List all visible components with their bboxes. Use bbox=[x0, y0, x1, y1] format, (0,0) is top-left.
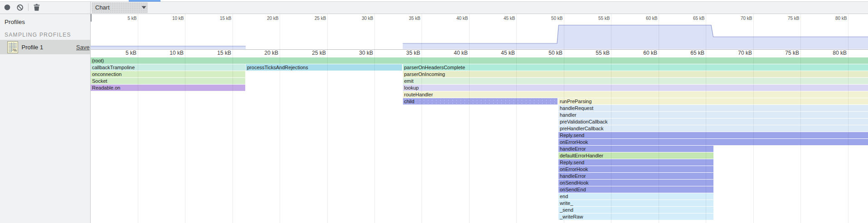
svg-text:%: % bbox=[13, 48, 17, 52]
